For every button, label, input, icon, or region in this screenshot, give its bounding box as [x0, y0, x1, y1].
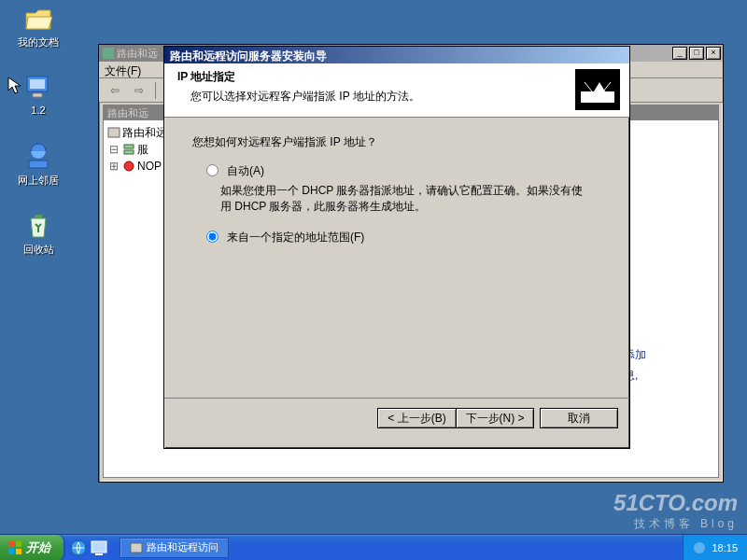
- svg-rect-8: [124, 150, 134, 154]
- clock: 18:15: [712, 542, 738, 553]
- mmc-title-text: 路由和远: [117, 48, 158, 59]
- desktop-icon-recycle[interactable]: 回收站: [6, 211, 71, 257]
- minimize-button[interactable]: _: [672, 47, 687, 60]
- network-places-icon: [23, 142, 53, 172]
- wizard-dialog: 路由和远程访问服务器安装向导 IP 地址指定 您可以选择对远程客户端指派 IP …: [163, 46, 630, 449]
- toolbar-separator: [155, 82, 156, 99]
- svg-rect-14: [16, 549, 21, 554]
- wizard-header-icon: [575, 69, 620, 110]
- svg-rect-2: [33, 93, 42, 97]
- radio-auto-label: 自动(A): [227, 163, 264, 179]
- radio-auto[interactable]: [206, 164, 218, 176]
- desktop-icon-label: 网上邻居: [6, 174, 71, 188]
- tree-label: NOP: [137, 160, 162, 173]
- svg-rect-6: [108, 128, 120, 137]
- wizard-footer: < 上一步(B) 下一步(N) > 取消: [164, 398, 629, 437]
- start-label: 开始: [26, 539, 50, 556]
- cancel-button[interactable]: 取消: [540, 408, 618, 428]
- radio-auto-description: 如果您使用一个 DHCP 服务器指派地址，请确认它配置正确。如果没有使用 DHC…: [220, 183, 585, 215]
- svg-rect-18: [131, 543, 142, 553]
- taskbar-button-rras[interactable]: 路由和远程访问: [120, 538, 229, 558]
- watermark-big: 51CTO.com: [613, 490, 738, 516]
- windows-logo-icon: [7, 540, 22, 555]
- svg-rect-5: [103, 48, 114, 59]
- radio-range[interactable]: [206, 231, 218, 243]
- desktop-icon-computer[interactable]: 1.2: [6, 73, 71, 116]
- mmc-child-title-text: 路由和远: [107, 107, 148, 119]
- mmc-task-icon: [130, 541, 143, 554]
- tree-collapse-icon[interactable]: ⊟: [107, 143, 120, 156]
- recycle-bin-icon: [23, 211, 53, 241]
- computer-icon: [23, 73, 53, 103]
- svg-rect-4: [29, 161, 48, 168]
- system-tray[interactable]: 18:15: [683, 535, 747, 561]
- wizard-question: 您想如何对远程客户端指派 IP 地址？: [192, 134, 601, 150]
- svg-point-9: [124, 161, 134, 171]
- app-icon: [103, 48, 114, 59]
- menu-file[interactable]: 文件(F): [105, 64, 141, 77]
- maximize-button[interactable]: □: [689, 47, 704, 60]
- desktop-icon-documents[interactable]: 我的文档: [6, 4, 71, 49]
- close-button[interactable]: ×: [706, 47, 721, 60]
- server-icon: [107, 126, 120, 139]
- toolbar-forward-button[interactable]: ⇨: [129, 81, 149, 100]
- svg-rect-12: [16, 541, 21, 547]
- ie-icon[interactable]: [69, 539, 88, 557]
- wizard-titlebar[interactable]: 路由和远程访问服务器安装向导: [164, 47, 629, 63]
- server-stack-icon: [122, 143, 135, 156]
- quicklaunch: [63, 539, 114, 557]
- tree-label: 服: [137, 142, 148, 158]
- wizard-title-text: 路由和远程访问服务器安装向导: [170, 49, 327, 63]
- wizard-header: IP 地址指定 您可以选择对远程客户端指派 IP 地址的方法。: [164, 63, 629, 118]
- wizard-subheading: 您可以选择对远程客户端指派 IP 地址的方法。: [177, 89, 616, 105]
- radio-range-label: 来自一个指定的地址范围(F): [227, 230, 364, 245]
- svg-rect-17: [95, 553, 103, 555]
- wizard-nav-buttons: < 上一步(B) 下一步(N) >: [377, 408, 534, 428]
- svg-point-19: [694, 542, 705, 553]
- svg-rect-13: [8, 549, 14, 554]
- desktop-icon-label: 我的文档: [6, 35, 71, 49]
- folder-open-icon: [23, 4, 53, 34]
- back-button[interactable]: < 上一步(B): [377, 408, 456, 428]
- svg-rect-1: [30, 79, 45, 89]
- watermark-small: 技术博客 Blog: [613, 516, 738, 532]
- svg-rect-7: [124, 145, 134, 148]
- desktop-icon-network[interactable]: 网上邻居: [6, 142, 71, 188]
- svg-rect-11: [8, 541, 14, 547]
- toolbar-back-button[interactable]: ⇦: [105, 81, 125, 100]
- wizard-heading: IP 地址指定: [177, 69, 616, 85]
- tree-expand-icon[interactable]: ⊞: [107, 160, 120, 173]
- radio-option-range[interactable]: 来自一个指定的地址范围(F): [202, 230, 601, 245]
- svg-rect-16: [92, 541, 106, 553]
- stop-icon: [122, 160, 135, 173]
- taskbar: 开始 路由和远程访问 18:15: [0, 534, 747, 560]
- start-button[interactable]: 开始: [0, 535, 63, 561]
- wizard-body: 您想如何对远程客户端指派 IP 地址？ 自动(A) 如果您使用一个 DHCP 服…: [164, 118, 629, 398]
- next-button[interactable]: 下一步(N) >: [456, 408, 534, 428]
- desktop-show-icon[interactable]: [90, 539, 108, 557]
- desktop-icon-label: 回收站: [6, 243, 71, 257]
- tree-label: 路由和远: [122, 125, 167, 141]
- watermark: 51CTO.com 技术博客 Blog: [613, 490, 738, 532]
- task-label: 路由和远程访问: [147, 540, 218, 554]
- tray-icon[interactable]: [693, 541, 706, 554]
- desktop-icon-label: 1.2: [6, 105, 71, 116]
- radio-option-auto[interactable]: 自动(A): [202, 163, 601, 179]
